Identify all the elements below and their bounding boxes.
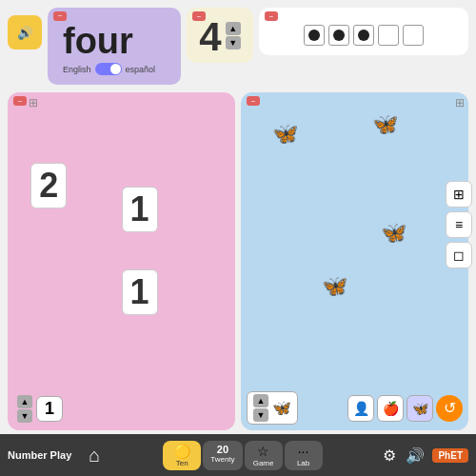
left-counter-up-button[interactable]: ▲ — [17, 395, 32, 408]
nav-right: ⚙ 🔊 PhET — [381, 445, 468, 466]
dot-cell-2 — [328, 25, 349, 46]
object-btn-apple[interactable]: 🍎 — [377, 395, 404, 422]
tab-lab-label: Lab — [292, 459, 315, 467]
dot-cell-3 — [353, 25, 374, 46]
dot-grid — [304, 25, 424, 46]
tab-lab[interactable]: ··· Lab — [285, 441, 323, 470]
floating-number-1a[interactable]: 1 — [122, 187, 158, 232]
tab-ten-icon: 🟡 — [170, 444, 193, 459]
dot-cell-4 — [378, 25, 399, 46]
dot-cell-1 — [304, 25, 325, 46]
left-bottom-counter: ▲ ▼ 1 — [13, 393, 229, 425]
left-counter-spinner: ▲ ▼ — [17, 395, 32, 423]
left-panel: − ⊞ 2 1 1 ▲ ▼ 1 — [8, 92, 235, 430]
lang2-label: español — [126, 65, 156, 74]
butterfly-spinner: ▲ ▼ — [253, 394, 268, 422]
dot-3 — [358, 30, 369, 41]
word-card-minus-button[interactable]: − — [53, 11, 67, 21]
tab-twenty[interactable]: 20 Twenty — [203, 441, 242, 470]
butterfly-counter-icon: 🦋 — [272, 399, 291, 417]
butterfly-up-button[interactable]: ▲ — [253, 394, 268, 407]
number-card: − 4 ▲ ▼ — [187, 8, 253, 63]
tab-game-label: Game — [252, 459, 275, 467]
dot-1 — [308, 30, 320, 41]
tab-twenty-label: Twenty — [210, 455, 234, 464]
number-up-button[interactable]: ▲ — [226, 22, 241, 35]
object-selector: 👤 🍎 🦋 ↺ — [347, 395, 463, 422]
speaker-button[interactable]: 🔊 — [8, 15, 42, 50]
phet-logo[interactable]: PhET — [432, 448, 468, 463]
word-card: − four English español — [48, 8, 181, 85]
tab-ten-label: Ten — [170, 459, 193, 467]
butterfly-2[interactable]: 🦋 — [372, 112, 398, 137]
app-container: 🔊 − four English español − 4 ▲ ▼ — [0, 0, 476, 476]
left-counter-down-button[interactable]: ▼ — [17, 409, 32, 423]
butterfly-4[interactable]: 🦋 — [322, 274, 347, 299]
number-card-minus-button[interactable]: − — [192, 11, 206, 21]
refresh-button[interactable]: ↺ — [436, 395, 463, 422]
dot-cell-5 — [403, 25, 424, 46]
language-toggle[interactable]: English español — [63, 63, 166, 75]
tab-game-icon: ☆ — [252, 444, 275, 459]
floating-number-1b[interactable]: 1 — [122, 269, 158, 315]
toggle-knob — [110, 64, 121, 74]
number-spinner: ▲ ▼ — [226, 22, 241, 50]
tab-ten[interactable]: 🟡 Ten — [163, 441, 201, 470]
number-display: 4 — [199, 17, 221, 57]
side-icon-btn-1[interactable]: ⊞ — [446, 181, 472, 208]
speaker-icon: 🔊 — [17, 26, 33, 40]
middle-area: − ⊞ 2 1 1 ▲ ▼ 1 − ⊞ — [0, 89, 476, 434]
right-panel: − ⊞ 🦋 🦋 🦋 🦋 ▲ ▼ 🦋 — [241, 92, 468, 430]
lang-switch[interactable] — [95, 63, 122, 75]
top-area: 🔊 − four English español − 4 ▲ ▼ — [0, 0, 476, 89]
number-card-inner: 4 ▲ ▼ — [199, 13, 240, 57]
nav-tabs: 🟡 Ten 20 Twenty ☆ Game ··· Lab — [109, 441, 375, 470]
dot-2 — [333, 30, 345, 41]
butterfly-down-button[interactable]: ▼ — [253, 408, 268, 422]
number-down-button[interactable]: ▼ — [226, 36, 241, 50]
left-counter-value: 1 — [36, 396, 63, 422]
dot-card-minus-button[interactable]: − — [265, 11, 278, 21]
settings-button[interactable]: ⚙ — [381, 445, 398, 466]
butterfly-counter: ▲ ▼ 🦋 — [247, 391, 298, 425]
right-bottom-controls: ▲ ▼ 🦋 👤 🍎 🦋 ↺ — [247, 391, 463, 425]
object-btn-person[interactable]: 👤 — [347, 395, 374, 422]
butterfly-1[interactable]: 🦋 — [272, 122, 298, 147]
sound-button[interactable]: 🔊 — [404, 445, 426, 466]
tab-twenty-icon: 20 — [210, 444, 234, 455]
butterfly-3[interactable]: 🦋 — [381, 221, 407, 246]
bottom-nav: Number Play ⌂ 🟡 Ten 20 Twenty ☆ Game ···… — [0, 434, 476, 476]
dot-card: − — [259, 8, 468, 55]
object-btn-butterfly[interactable]: 🦋 — [407, 395, 433, 422]
lang1-label: English — [63, 65, 91, 74]
word-display: four — [63, 23, 166, 59]
floating-numbers-area: 2 1 1 — [13, 98, 229, 393]
tab-game[interactable]: ☆ Game — [245, 441, 283, 470]
home-button[interactable]: ⌂ — [85, 441, 104, 470]
floating-number-2[interactable]: 2 — [30, 163, 67, 208]
tab-lab-icon: ··· — [292, 444, 315, 459]
app-name-label: Number Play — [8, 449, 71, 461]
butterfly-area: 🦋 🦋 🦋 🦋 — [247, 98, 463, 391]
side-icon-btn-2[interactable]: ≡ — [446, 211, 472, 238]
right-side-buttons: ⊞ ≡ ◻ — [446, 181, 472, 268]
side-icon-btn-3[interactable]: ◻ — [446, 242, 472, 268]
